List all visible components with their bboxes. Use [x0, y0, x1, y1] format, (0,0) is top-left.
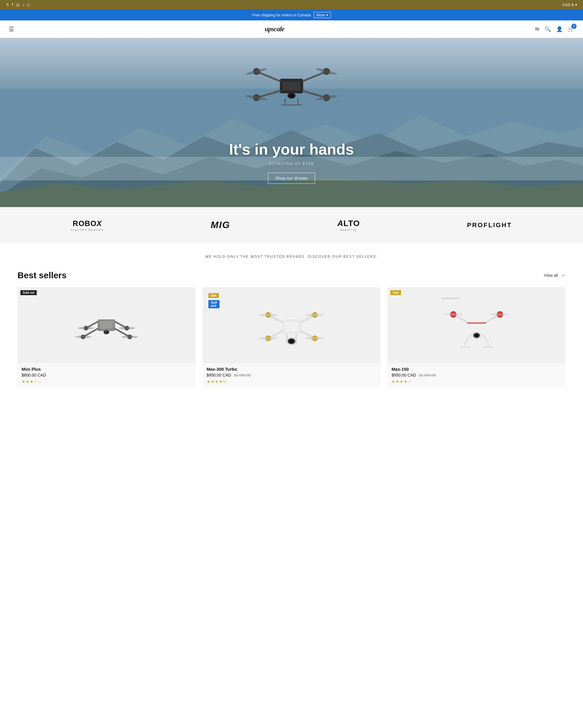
price-original-3: $1,000.00 [419, 373, 436, 378]
product-drone-svg-1 [74, 299, 138, 352]
menu-icon[interactable]: ☰ [9, 26, 14, 33]
product-info-1: Mini Plus $800.00 CAD ★★★☆☆ [18, 363, 196, 387]
product-name-1: Mini Plus [22, 367, 192, 371]
product-card-2[interactable]: Sale Staff pick [202, 287, 381, 387]
cart-icon[interactable]: 🛒 0 [568, 26, 574, 32]
product-image-3: Sale [387, 287, 565, 363]
svg-point-71 [443, 313, 463, 316]
brand-mig[interactable]: MIG [211, 219, 230, 230]
logo-text: upscale [265, 25, 284, 33]
svg-point-48 [259, 314, 278, 316]
product-stars-1: ★★★☆☆ [22, 379, 192, 384]
price-value-3: $950.00 CAD [391, 373, 416, 378]
view-all-text: View all [544, 273, 558, 278]
header-right: ✉ 🔍 👤 🛒 0 [535, 26, 574, 32]
social-links: 𝕏 f ◎ ♪ ▷ [6, 2, 31, 7]
product-name-2: Max-300 Turbo [207, 367, 377, 371]
brand-alto-sub: ROBOTICS [340, 229, 357, 231]
product-card-3[interactable]: Sale [387, 287, 565, 387]
facebook-icon[interactable]: f [12, 2, 13, 7]
svg-point-76 [475, 334, 478, 337]
svg-rect-7 [283, 82, 300, 90]
announcement-bar: Free shipping for orders in Canada More … [0, 9, 583, 20]
more-button[interactable]: More ▾ [314, 12, 331, 18]
section-intro: WE HOLD ONLY THE MOST TRUSTED BRANDS. DI… [0, 243, 583, 264]
vimeo-icon[interactable]: ▷ [27, 2, 31, 7]
hero-section: It's in your hands STARTING AT $799 Shop… [0, 38, 583, 207]
chevron-down-icon: ▾ [575, 3, 577, 7]
brand-robox[interactable]: RoBOX ELECTRIC AVIATION [71, 219, 104, 231]
product-name-3: Max-150 [391, 367, 561, 371]
brand-alto[interactable]: aLTO ROBOTICS [337, 219, 360, 231]
product-card-1[interactable]: Sold out [18, 287, 196, 387]
product-image-2: Sale Staff pick [202, 287, 381, 363]
brand-mig-name: MIG [211, 219, 230, 230]
currency-selector[interactable]: CAD $ ▾ [563, 3, 577, 7]
product-grid: Sold out [18, 287, 565, 387]
brand-proflight[interactable]: PROFLIGHT [467, 222, 512, 229]
svg-rect-42 [284, 322, 299, 332]
hero-drone [242, 55, 341, 114]
twitter-icon[interactable]: 𝕏 [6, 2, 9, 7]
product-info-2: Max-300 Turbo $950.00 CAD $1,090.00 ★★★★… [202, 363, 381, 387]
badge-sale-3: Sale [390, 290, 401, 295]
price-original-2: $1,090.00 [234, 373, 251, 378]
badge-sale-2: Sale [209, 293, 219, 298]
svg-point-59 [289, 339, 294, 343]
price-value-1: $800.00 CAD [22, 373, 46, 378]
hero-subtitle: STARTING AT $799 [229, 162, 354, 166]
logo[interactable]: upscale [265, 25, 284, 33]
svg-point-39 [104, 330, 109, 334]
hero-content: It's in your hands STARTING AT $799 Shop… [229, 140, 354, 184]
shop-drones-button[interactable]: Shop our drones [268, 173, 315, 184]
view-all-link[interactable]: View all → [544, 272, 565, 279]
header: ☰ upscale ✉ 🔍 👤 🛒 0 [0, 20, 583, 38]
best-sellers-section: Best sellers View all → Sold out [0, 264, 583, 399]
svg-point-54 [305, 337, 324, 340]
header-left: ☰ [9, 26, 14, 33]
search-icon[interactable]: 🔍 [545, 26, 551, 32]
brands-bar: RoBOX ELECTRIC AVIATION MIG aLTO ROBOTIC… [0, 207, 583, 243]
section-title: Best sellers [18, 270, 66, 280]
svg-line-62 [482, 334, 488, 343]
svg-rect-77 [467, 322, 486, 324]
brand-alto-name: aLTO [337, 219, 360, 228]
drone-svg [242, 55, 341, 111]
brand-robox-name: RoBOX [73, 219, 102, 228]
svg-point-52 [259, 337, 278, 340]
brand-proflight-name: PROFLIGHT [467, 222, 512, 229]
product-stars-3: ★★★★☆ [391, 379, 561, 384]
announcement-text: Free shipping for orders in Canada [252, 13, 311, 17]
section-intro-text: WE HOLD ONLY THE MOST TRUSTED BRANDS. DI… [6, 255, 577, 259]
brand-robox-sub: ELECTRIC AVIATION [71, 229, 104, 231]
chevron-down-icon: ▾ [326, 13, 328, 17]
top-bar: 𝕏 f ◎ ♪ ▷ CAD $ ▾ [0, 0, 583, 9]
product-info-3: Max-150 $950.00 CAD $1,000.00 ★★★★☆ [387, 363, 565, 387]
svg-line-13 [303, 91, 327, 98]
svg-point-50 [305, 314, 324, 316]
svg-line-10 [256, 72, 280, 81]
tiktok-icon[interactable]: ♪ [23, 2, 25, 7]
svg-rect-40 [98, 321, 115, 322]
badge-staff-2: Staff pick [209, 300, 220, 308]
svg-line-12 [256, 91, 280, 98]
email-icon[interactable]: ✉ [535, 26, 539, 32]
svg-rect-26 [100, 322, 113, 329]
svg-point-73 [490, 313, 510, 316]
product-drone-svg-2 [256, 297, 327, 353]
arrow-right-icon: → [560, 272, 565, 279]
cart-count: 0 [571, 24, 577, 29]
svg-line-61 [465, 334, 471, 343]
section-header: Best sellers View all → [18, 270, 565, 280]
svg-point-36 [75, 336, 91, 338]
product-price-3: $950.00 CAD $1,000.00 [391, 373, 561, 378]
hero-title: It's in your hands [229, 140, 354, 158]
more-label: More [316, 13, 325, 17]
svg-line-11 [303, 72, 327, 81]
product-stars-2: ★★★★½ [207, 379, 377, 384]
instagram-icon[interactable]: ◎ [16, 2, 20, 7]
product-image-1: Sold out [18, 287, 196, 363]
product-drone-svg-3 [442, 297, 511, 353]
account-icon[interactable]: 👤 [556, 26, 563, 32]
badge-sold-out-1: Sold out [20, 290, 37, 295]
